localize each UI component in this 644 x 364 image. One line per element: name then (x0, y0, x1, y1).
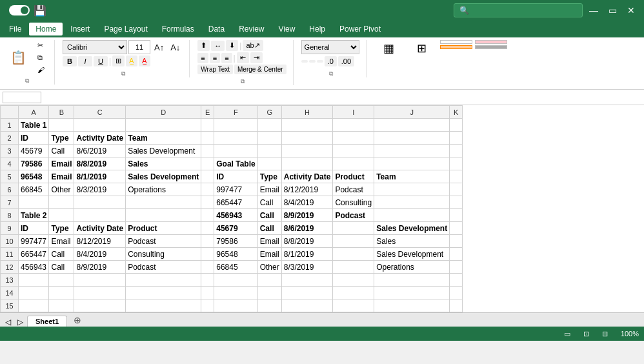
cell-14-I[interactable] (333, 287, 374, 299)
cell-9-J[interactable]: Sales Development (374, 222, 450, 235)
row-header-2[interactable]: 2 (1, 132, 19, 145)
cell-14-D[interactable] (126, 287, 201, 299)
menu-page-layout[interactable]: Page Layout (97, 23, 154, 35)
font-color-button[interactable]: A̲ (139, 56, 150, 66)
decrease-font-button[interactable]: A↓ (168, 42, 183, 53)
cell-9-D[interactable]: Product (126, 222, 201, 235)
cell-9-B[interactable]: Type (49, 222, 74, 235)
cell-7-G[interactable]: Call (257, 196, 281, 209)
decrease-decimal-button[interactable]: .0 (325, 56, 337, 66)
cell-15-C[interactable] (74, 299, 126, 312)
number-expand-icon[interactable]: ⧉ (329, 70, 333, 77)
menu-data[interactable]: Data (202, 23, 231, 35)
autosave-toggle[interactable] (9, 5, 30, 15)
cell-1-D[interactable] (126, 119, 201, 132)
orientation-button[interactable]: ab↗ (243, 40, 263, 51)
cell-15-G[interactable] (257, 299, 281, 312)
cell-14-E[interactable] (201, 287, 214, 299)
bold-button[interactable]: B (63, 56, 77, 66)
cell-6-E[interactable] (201, 183, 214, 196)
italic-button[interactable]: I (78, 56, 92, 66)
row-header-11[interactable]: 11 (1, 248, 19, 261)
cell-12-B[interactable]: Call (49, 261, 74, 274)
cell-8-F[interactable]: 456943 (214, 209, 257, 222)
cell-10-G[interactable]: Email (257, 235, 281, 248)
alignment-expand-icon[interactable]: ⧉ (241, 78, 245, 85)
save-icon[interactable]: 💾 (34, 5, 46, 17)
align-bottom-button[interactable]: ⬇ (226, 40, 238, 51)
cell-11-K[interactable] (450, 248, 463, 261)
col-header-c[interactable]: C (74, 106, 126, 119)
cell-14-C[interactable] (74, 287, 126, 299)
cell-7-H[interactable]: 8/4/2019 (281, 196, 333, 209)
cell-8-K[interactable] (450, 209, 463, 222)
cell-2-A[interactable]: ID (19, 132, 49, 145)
cell-5-J[interactable]: Team (374, 170, 450, 183)
cell-3-D[interactable]: Sales Development (126, 145, 201, 157)
cell-4-I[interactable] (333, 157, 374, 170)
underline-button[interactable]: U (94, 56, 108, 66)
row-header-8[interactable]: 8 (1, 209, 19, 222)
cell-2-C[interactable]: Activity Date (74, 132, 126, 145)
cell-14-J[interactable] (374, 287, 450, 299)
cell-4-F[interactable]: Goal Table (214, 157, 257, 170)
cell-8-B[interactable] (49, 209, 74, 222)
style-calculation-button[interactable] (440, 45, 472, 49)
row-header-10[interactable]: 10 (1, 235, 19, 248)
cell-1-F[interactable] (214, 119, 257, 132)
cell-11-C[interactable]: 8/4/2019 (74, 248, 126, 261)
cell-12-K[interactable] (450, 261, 463, 274)
row-header-15[interactable]: 15 (1, 299, 19, 312)
font-name-select[interactable]: Calibri (63, 40, 127, 54)
style-check-cell-button[interactable] (475, 45, 507, 49)
cell-8-D[interactable] (126, 209, 201, 222)
font-expand-icon[interactable]: ⧉ (121, 70, 125, 77)
cell-4-D[interactable]: Sales (126, 157, 201, 170)
cell-9-F[interactable]: 45679 (214, 222, 257, 235)
borders-button[interactable]: ⊞ (112, 56, 125, 66)
cell-1-J[interactable] (374, 119, 450, 132)
cell-15-K[interactable] (450, 299, 463, 312)
cell-5-E[interactable] (201, 170, 214, 183)
cell-9-E[interactable] (201, 222, 214, 235)
cell-15-A[interactable] (19, 299, 49, 312)
cell-10-J[interactable]: Sales (374, 235, 450, 248)
cell-8-E[interactable] (201, 209, 214, 222)
percent-button[interactable] (309, 60, 316, 63)
cell-10-F[interactable]: 79586 (214, 235, 257, 248)
cell-13-J[interactable] (374, 274, 450, 287)
cell-3-F[interactable] (214, 145, 257, 157)
cell-2-H[interactable] (281, 132, 333, 145)
cell-7-D[interactable] (126, 196, 201, 209)
cell-15-D[interactable] (126, 299, 201, 312)
cell-9-G[interactable]: Call (257, 222, 281, 235)
add-sheet-button[interactable]: ⊕ (68, 314, 86, 327)
cell-14-K[interactable] (450, 287, 463, 299)
cell-3-H[interactable] (281, 145, 333, 157)
col-header-f[interactable]: F (214, 106, 257, 119)
cell-13-H[interactable] (281, 274, 333, 287)
cell-13-I[interactable] (333, 274, 374, 287)
cell-12-A[interactable]: 456943 (19, 261, 49, 274)
col-header-k[interactable]: K (450, 106, 463, 119)
row-header-4[interactable]: 4 (1, 157, 19, 170)
format-painter-button[interactable]: 🖌 (34, 65, 48, 75)
fill-color-button[interactable]: A̲ (126, 56, 137, 66)
cell-10-E[interactable] (201, 235, 214, 248)
cell-6-G[interactable]: Email (257, 183, 281, 196)
paste-button[interactable]: 📋 (5, 48, 32, 66)
cell-12-I[interactable] (333, 261, 374, 274)
cell-12-C[interactable]: 8/9/2019 (74, 261, 126, 274)
align-right-button[interactable]: ≡ (221, 53, 232, 63)
cell-7-K[interactable] (450, 196, 463, 209)
menu-home[interactable]: Home (29, 23, 63, 35)
cell-7-I[interactable]: Consulting (333, 196, 374, 209)
cell-10-C[interactable]: 8/12/2019 (74, 235, 126, 248)
view-break-icon[interactable]: ⊟ (602, 330, 608, 338)
cell-8-I[interactable]: Podcast (333, 209, 374, 222)
formula-input[interactable] (52, 91, 641, 104)
cell-3-A[interactable]: 45679 (19, 145, 49, 157)
cell-4-B[interactable]: Email (49, 157, 74, 170)
cell-2-J[interactable] (374, 132, 450, 145)
cell-2-D[interactable]: Team (126, 132, 201, 145)
